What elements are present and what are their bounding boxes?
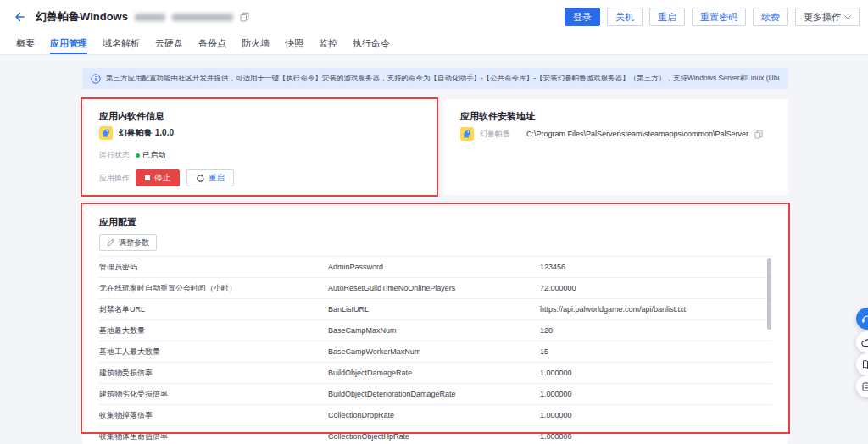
param-key: BaseCampMaxNum (328, 326, 540, 335)
palworld-app-icon (460, 127, 474, 141)
param-label: 封禁名单URL (99, 304, 328, 315)
table-row: 封禁名单URL BanListURL https://api.palworldg… (99, 298, 772, 319)
documentation-button[interactable] (856, 353, 868, 375)
redacted-text (172, 14, 233, 21)
param-label: 建筑物受损倍率 (99, 368, 328, 379)
table-row: 建筑物劣化受损倍率 BuildObjectDeteriorationDamage… (99, 383, 772, 404)
param-key: CollectionObjectHpRate (328, 432, 540, 441)
shutdown-button[interactable]: 关机 (607, 8, 643, 26)
info-icon (91, 74, 101, 84)
install-app-name: 幻兽帕鲁 (480, 129, 510, 140)
restart-icon (196, 174, 205, 183)
tab-firewall[interactable]: 防火墙 (242, 34, 270, 54)
table-row: 基地工人最大数量 BaseCampWorkerMaxNum 15 (99, 341, 772, 362)
title-row: 幻兽帕鲁Windows (36, 0, 249, 34)
param-label: 收集物体生命值倍率 (99, 431, 328, 442)
install-card-title: 应用软件安装地址 (460, 110, 535, 123)
more-actions-label: 更多操作 (804, 11, 841, 24)
copy-path-icon[interactable] (754, 130, 763, 139)
param-value: 1.000000 (540, 369, 772, 377)
book-icon (862, 359, 868, 369)
param-value: 15 (540, 347, 772, 356)
param-value: https://api.palworldgame.com/api/banlist… (540, 305, 772, 314)
list-icon (862, 382, 868, 391)
software-card-title: 应用内软件信息 (99, 110, 164, 123)
param-value: 1.000000 (540, 411, 772, 419)
table-row: 无在线玩家时自动重置公会时间（小时） AutoResetGuildTimeNoO… (99, 277, 772, 298)
run-status-value: 已启动 (136, 150, 165, 161)
table-row: 建筑物受损倍率 BuildObjectDamageRate 1.000000 (99, 362, 772, 383)
table-row: 基地最大数量 BaseCampMaxNum 128 (99, 319, 772, 341)
headset-icon (861, 314, 868, 325)
param-label: 收集物掉落倍率 (99, 410, 328, 421)
software-info-card: 应用内软件信息 幻兽帕鲁 1.0.0 运行状态 已启动 应用操作 停止 (82, 99, 437, 195)
pencil-icon (107, 238, 115, 247)
back-arrow-icon[interactable] (12, 10, 25, 24)
info-banner: 第三方应用配置功能由社区开发并提供，可适用于一键【执行命令】安装的游戏服务器，支… (82, 68, 788, 89)
server-action-buttons: 登录 关机 重启 重置密码 续费 更多操作 (565, 0, 860, 34)
status-dot-icon (136, 153, 140, 158)
tab-monitoring[interactable]: 监控 (319, 34, 337, 54)
top-bar: 幻兽帕鲁Windows 登录 关机 重启 重置密码 续费 更多操作 (0, 0, 868, 34)
param-value: 128 (540, 326, 772, 335)
redacted-text (135, 14, 165, 21)
banner-text: 第三方应用配置功能由社区开发并提供，可适用于一键【执行命令】安装的游戏服务器，支… (106, 74, 780, 84)
param-key: CollectionDropRate (328, 411, 540, 419)
table-row: 收集物体生命值倍率 CollectionObjectHpRate 1.00000… (99, 425, 772, 444)
tab-domain-resolution[interactable]: 域名解析 (103, 34, 140, 54)
param-label: 基地最大数量 (99, 325, 328, 336)
page-title: 幻兽帕鲁Windows (36, 9, 128, 25)
install-address-card: 应用软件安装地址 幻兽帕鲁 C:\Program Files\PalServer… (443, 99, 788, 195)
tab-bar: 概要 应用管理 域名解析 云硬盘 备份点 防火墙 快照 监控 执行命令 (0, 34, 868, 55)
param-label: 基地工人最大数量 (99, 347, 328, 358)
palworld-server-console-page: 幻兽帕鲁Windows 登录 关机 重启 重置密码 续费 更多操作 概要 应用管… (0, 0, 868, 444)
install-path: C:\Program Files\PalServer\steam\steamap… (526, 130, 748, 138)
tab-snapshot[interactable]: 快照 (285, 34, 303, 54)
param-label: 无在线玩家时自动重置公会时间（小时） (99, 283, 328, 294)
table-row: 收集物掉落倍率 CollectionDropRate 1.000000 (99, 404, 772, 425)
tab-cloud-disk[interactable]: 云硬盘 (155, 34, 183, 54)
app-action-label: 应用操作 (99, 173, 136, 184)
param-label: 管理员密码 (99, 262, 328, 273)
software-app-name: 幻兽帕鲁 1.0.0 (119, 127, 174, 139)
restart-app-button[interactable]: 重启 (186, 169, 234, 186)
run-status-label: 运行状态 (99, 150, 136, 161)
param-key: BanListURL (328, 305, 540, 314)
param-key: BuildObjectDeteriorationDamageRate (328, 390, 540, 398)
app-config-card: 应用配置 调整参数 管理员密码 AdminPassword 123456 无在线… (82, 204, 788, 444)
param-key: AutoResetGuildTimeNoOnlinePlayers (328, 284, 540, 292)
feedback-button[interactable] (856, 331, 868, 353)
tab-run-command[interactable]: 执行命令 (353, 34, 390, 54)
config-table-body: 管理员密码 AdminPassword 123456 无在线玩家时自动重置公会时… (99, 256, 772, 444)
renew-button[interactable]: 续费 (753, 8, 788, 26)
param-value: 123456 (540, 263, 772, 271)
param-key: BaseCampWorkerMaxNum (328, 347, 540, 356)
table-scrollbar-thumb[interactable] (767, 258, 771, 330)
survey-button[interactable] (856, 375, 868, 397)
param-key: BuildObjectDamageRate (328, 369, 540, 377)
param-label: 建筑物劣化受损倍率 (99, 389, 328, 400)
tab-backup-point[interactable]: 备份点 (198, 34, 226, 54)
restart-server-button[interactable]: 重启 (649, 8, 685, 26)
cloud-icon (861, 338, 868, 347)
stop-app-button[interactable]: 停止 (136, 169, 180, 186)
table-row: 管理员密码 AdminPassword 123456 (99, 256, 772, 277)
adjust-params-button[interactable]: 调整参数 (99, 234, 157, 251)
chevron-down-icon (844, 15, 851, 19)
more-actions-button[interactable]: 更多操作 (795, 8, 860, 26)
reset-password-button[interactable]: 重置密码 (692, 8, 746, 26)
stop-icon (145, 175, 150, 180)
customer-service-button[interactable] (856, 308, 868, 330)
param-key: AdminPassword (328, 263, 540, 271)
login-button[interactable]: 登录 (565, 8, 600, 26)
tab-app-management[interactable]: 应用管理 (50, 34, 87, 54)
param-value: 72.000000 (540, 284, 772, 292)
palworld-app-icon (99, 126, 113, 140)
config-card-title: 应用配置 (99, 216, 136, 229)
param-value: 1.000000 (540, 432, 772, 441)
tab-overview[interactable]: 概要 (16, 34, 35, 54)
param-value: 1.000000 (540, 390, 772, 398)
copy-icon[interactable] (240, 12, 249, 22)
